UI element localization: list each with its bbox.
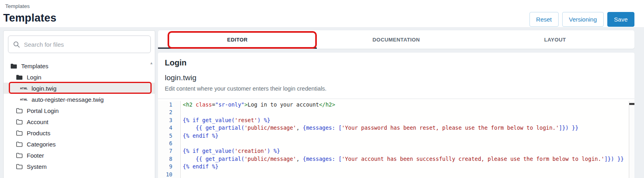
line-number: 9 bbox=[158, 163, 181, 170]
breadcrumb[interactable]: Templates bbox=[5, 3, 30, 9]
page-title: Templates bbox=[3, 12, 56, 24]
tree-item-categories[interactable]: Categories bbox=[4, 138, 155, 150]
template-editor-page: Templates Templates Reset Versioning Sav… bbox=[0, 0, 644, 178]
search-icon bbox=[13, 41, 20, 48]
tree-item-label: Login bbox=[27, 74, 41, 81]
tree-item-system[interactable]: System bbox=[4, 161, 155, 172]
file-tree: ▲ TemplatesLoginHTMLlogin.twigHTMLauto-r… bbox=[4, 60, 155, 178]
file-name-heading: login.twig bbox=[165, 73, 196, 82]
code-line[interactable]: 1<h2 class="sr-only">Log in to your acco… bbox=[158, 101, 629, 109]
tab-documentation[interactable]: DOCUMENTATION bbox=[317, 30, 476, 49]
line-number: 2 bbox=[158, 109, 181, 116]
versioning-button[interactable]: Versioning bbox=[562, 12, 604, 27]
code-line[interactable]: 4 {{ get_partial('public/message', {mess… bbox=[158, 124, 629, 132]
code-line-text: {{ get_partial('public/message', {messag… bbox=[181, 124, 579, 132]
file-search-box[interactable] bbox=[8, 36, 151, 53]
code-line[interactable]: 9{% endif %} bbox=[158, 163, 629, 170]
tree-item-label: System bbox=[27, 163, 47, 170]
header-actions: Reset Versioning Save bbox=[529, 12, 634, 27]
line-number: 8 bbox=[158, 155, 181, 163]
tree-item-auto-register-message-twig[interactable]: HTMLauto-register-message.twig bbox=[4, 94, 155, 105]
panel-title: Login bbox=[165, 58, 186, 67]
editor-vertical-scrollbar[interactable] bbox=[629, 101, 634, 178]
editor-panel: Login login.twig Edit content where your… bbox=[158, 53, 634, 178]
code-line[interactable]: 8 {{ get_partial('public/message', {mess… bbox=[158, 155, 629, 163]
folder-open-icon bbox=[16, 74, 23, 80]
tree-item-portal-login[interactable]: Portal Login bbox=[4, 105, 155, 116]
folder-open-icon bbox=[10, 63, 17, 69]
line-number: 6 bbox=[158, 140, 181, 147]
code-line-text: {% endif %} bbox=[181, 163, 218, 170]
code-line[interactable]: 2 bbox=[158, 109, 629, 116]
line-number: 7 bbox=[158, 147, 181, 155]
folder-icon bbox=[16, 130, 23, 136]
folder-icon bbox=[16, 152, 23, 158]
tree-item-login[interactable]: Login bbox=[4, 71, 155, 83]
folder-icon bbox=[16, 108, 23, 114]
tab-editor[interactable]: EDITOR bbox=[158, 30, 317, 49]
tree-item-label: Categories bbox=[27, 141, 56, 148]
code-line[interactable]: 10 bbox=[158, 171, 629, 178]
reset-button[interactable]: Reset bbox=[529, 12, 559, 27]
tab-layout[interactable]: LAYOUT bbox=[476, 30, 634, 49]
code-line-text: <h2 class="sr-only">Log in to your accou… bbox=[181, 101, 335, 109]
tree-item-footer[interactable]: Footer bbox=[4, 150, 155, 161]
code-line-text: {{ get_partial('public/message', {messag… bbox=[181, 155, 624, 163]
tree-item-label: login.twig bbox=[32, 85, 57, 92]
tree-item-label: Account bbox=[27, 119, 48, 125]
tree-item-label: auto-register-message.twig bbox=[32, 96, 104, 103]
code-editor[interactable]: 1<h2 class="sr-only">Log in to your acco… bbox=[158, 99, 634, 178]
tab-bar: EDITORDOCUMENTATIONLAYOUT bbox=[158, 30, 634, 49]
code-line-text bbox=[181, 171, 183, 178]
tree-item-label: Products bbox=[27, 130, 50, 136]
folder-icon bbox=[16, 119, 23, 125]
folder-icon bbox=[16, 164, 23, 170]
code-line[interactable]: 3{% if get_value('reset') %} bbox=[158, 117, 629, 124]
tree-item-label: Footer bbox=[27, 152, 44, 159]
html-file-icon: HTML bbox=[20, 87, 28, 90]
code-line[interactable]: 6 bbox=[158, 140, 629, 147]
code-line[interactable]: 5{% endif %} bbox=[158, 132, 629, 140]
line-number: 5 bbox=[158, 132, 181, 140]
editor-scrollbar-thumb[interactable] bbox=[629, 103, 634, 105]
tree-item-products[interactable]: Products bbox=[4, 127, 155, 138]
tree-item-label: Templates bbox=[21, 63, 48, 69]
save-button[interactable]: Save bbox=[607, 12, 634, 27]
line-number: 4 bbox=[158, 124, 181, 132]
tree-item-account[interactable]: Account bbox=[4, 116, 155, 127]
folder-icon bbox=[16, 141, 23, 147]
code-line-text: {% endif %} bbox=[181, 132, 218, 140]
code-line[interactable]: 7{% if get_value('creation') %} bbox=[158, 147, 629, 155]
file-description: Edit content where your customer enters … bbox=[165, 85, 326, 92]
code-line-text bbox=[181, 140, 183, 147]
search-input[interactable] bbox=[24, 41, 146, 48]
code-line-text: {% if get_value('creation') %} bbox=[181, 147, 280, 155]
code-line-text: {% if get_value('reset') %} bbox=[181, 117, 270, 124]
line-number: 3 bbox=[158, 117, 181, 124]
html-file-icon: HTML bbox=[20, 98, 28, 101]
code-line-text bbox=[181, 109, 183, 116]
line-number: 10 bbox=[158, 171, 181, 178]
line-number: 1 bbox=[158, 101, 181, 109]
tree-item-templates[interactable]: Templates bbox=[4, 60, 155, 71]
code-lines: 1<h2 class="sr-only">Log in to your acco… bbox=[158, 101, 629, 178]
tree-item-label: Portal Login bbox=[27, 107, 59, 114]
file-sidebar: ▲ TemplatesLoginHTMLlogin.twigHTMLauto-r… bbox=[3, 30, 155, 178]
tree-item-login-twig[interactable]: HTMLlogin.twig bbox=[4, 83, 155, 94]
